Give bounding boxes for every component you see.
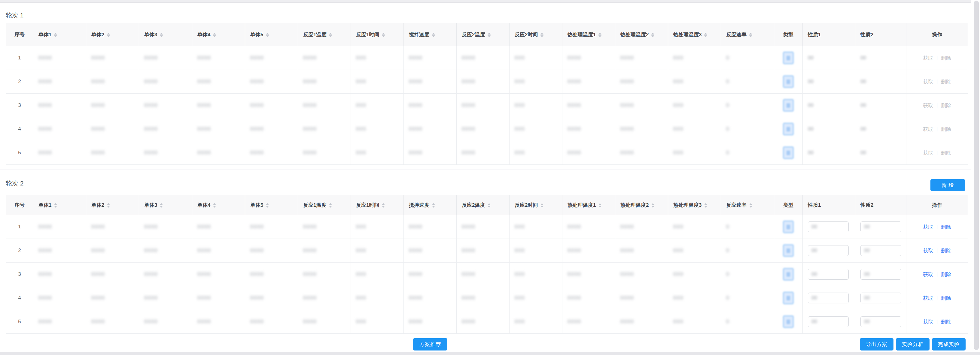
column-header-r1temp[interactable]: 反应1温度 — [298, 23, 351, 46]
column-header-m1[interactable]: 单体1 — [33, 23, 86, 46]
sort-icons[interactable] — [107, 33, 110, 37]
delete-link[interactable]: 删除 — [941, 319, 951, 325]
column-header-m2[interactable]: 单体2 — [86, 195, 139, 215]
sort-icons[interactable] — [704, 203, 707, 208]
sort-icons[interactable] — [54, 203, 57, 208]
column-header-r1temp[interactable]: 反应1温度 — [298, 195, 351, 215]
recommend-plan-button[interactable]: 方案推荐 — [413, 338, 447, 350]
sort-descending-icon[interactable] — [160, 35, 163, 37]
sort-ascending-icon[interactable] — [382, 203, 385, 205]
sort-ascending-icon[interactable] — [266, 203, 269, 205]
sort-ascending-icon[interactable] — [651, 33, 654, 35]
property-input[interactable]: 00 — [808, 222, 849, 232]
get-link[interactable]: 获取 — [923, 271, 933, 278]
sort-descending-icon[interactable] — [432, 206, 435, 208]
sort-icons[interactable] — [749, 203, 752, 208]
sort-descending-icon[interactable] — [541, 35, 544, 37]
column-header-m2[interactable]: 单体2 — [86, 23, 139, 46]
sort-descending-icon[interactable] — [704, 206, 707, 208]
delete-link[interactable]: 删除 — [941, 223, 951, 230]
property-input[interactable]: 00 — [861, 245, 901, 256]
sort-descending-icon[interactable] — [266, 206, 269, 208]
delete-link[interactable]: 删除 — [941, 271, 951, 278]
column-header-r2time[interactable]: 反应2时间 — [509, 195, 562, 215]
sort-descending-icon[interactable] — [432, 35, 435, 37]
column-header-m3[interactable]: 单体3 — [139, 195, 192, 215]
property-input[interactable]: 00 — [861, 316, 901, 327]
column-header-m5[interactable]: 单体5 — [245, 23, 298, 46]
sort-descending-icon[interactable] — [382, 206, 385, 208]
sort-ascending-icon[interactable] — [704, 33, 707, 35]
property-input[interactable]: 00 — [861, 269, 901, 280]
sort-ascending-icon[interactable] — [704, 203, 707, 205]
sort-descending-icon[interactable] — [266, 35, 269, 37]
sort-icons[interactable] — [329, 33, 332, 37]
sort-icons[interactable] — [54, 33, 57, 37]
property-input[interactable]: 00 — [808, 316, 849, 327]
column-header-m3[interactable]: 单体3 — [139, 23, 192, 46]
sort-ascending-icon[interactable] — [651, 203, 654, 205]
sort-descending-icon[interactable] — [54, 35, 57, 37]
sort-icons[interactable] — [598, 33, 601, 37]
column-header-m1[interactable]: 单体1 — [33, 195, 86, 215]
vertical-scrollbar[interactable] — [974, 1, 979, 350]
sort-descending-icon[interactable] — [749, 206, 752, 208]
column-header-r1time[interactable]: 反应1时间 — [351, 195, 404, 215]
column-header-heat1[interactable]: 热处理温度1 — [562, 23, 615, 46]
column-header-heat3[interactable]: 热处理温度3 — [668, 23, 721, 46]
sort-ascending-icon[interactable] — [488, 33, 491, 35]
sort-descending-icon[interactable] — [651, 35, 654, 37]
sort-icons[interactable] — [651, 203, 654, 208]
sort-icons[interactable] — [382, 33, 385, 37]
sort-descending-icon[interactable] — [651, 206, 654, 208]
column-header-stir[interactable]: 搅拌速度 — [404, 195, 457, 215]
property-input[interactable]: 00 — [861, 293, 901, 303]
get-link[interactable]: 获取 — [923, 319, 933, 325]
sort-ascending-icon[interactable] — [488, 203, 491, 205]
sort-descending-icon[interactable] — [213, 206, 216, 208]
sort-ascending-icon[interactable] — [107, 203, 110, 205]
sort-descending-icon[interactable] — [704, 35, 707, 37]
sort-icons[interactable] — [704, 33, 707, 37]
sort-icons[interactable] — [382, 203, 385, 208]
sort-descending-icon[interactable] — [107, 35, 110, 37]
column-header-heat2[interactable]: 热处理温度2 — [615, 195, 668, 215]
sort-icons[interactable] — [541, 33, 544, 37]
column-header-r1time[interactable]: 反应1时间 — [351, 23, 404, 46]
sort-ascending-icon[interactable] — [749, 203, 752, 205]
sort-descending-icon[interactable] — [488, 35, 491, 37]
sort-ascending-icon[interactable] — [160, 33, 163, 35]
sort-icons[interactable] — [329, 203, 332, 208]
sort-ascending-icon[interactable] — [213, 203, 216, 205]
sort-icons[interactable] — [488, 33, 491, 37]
sort-ascending-icon[interactable] — [598, 33, 601, 35]
column-header-rate[interactable]: 反应速率 — [721, 23, 774, 46]
sort-descending-icon[interactable] — [213, 35, 216, 37]
sort-descending-icon[interactable] — [598, 206, 601, 208]
delete-link[interactable]: 删除 — [941, 295, 951, 301]
sort-ascending-icon[interactable] — [54, 33, 57, 35]
sort-descending-icon[interactable] — [329, 35, 332, 37]
sort-ascending-icon[interactable] — [598, 203, 601, 205]
sort-ascending-icon[interactable] — [213, 33, 216, 35]
sort-ascending-icon[interactable] — [107, 33, 110, 35]
column-header-rate[interactable]: 反应速率 — [721, 195, 774, 215]
column-header-r2temp[interactable]: 反应2温度 — [457, 195, 509, 215]
sort-descending-icon[interactable] — [329, 206, 332, 208]
sort-icons[interactable] — [541, 203, 544, 208]
sort-descending-icon[interactable] — [160, 206, 163, 208]
get-link[interactable]: 获取 — [923, 223, 933, 230]
sort-icons[interactable] — [651, 33, 654, 37]
sort-ascending-icon[interactable] — [749, 33, 752, 35]
sort-icons[interactable] — [432, 33, 435, 37]
sort-ascending-icon[interactable] — [266, 33, 269, 35]
sort-icons[interactable] — [107, 203, 110, 208]
sort-icons[interactable] — [213, 33, 216, 37]
column-header-r2time[interactable]: 反应2时间 — [509, 23, 562, 46]
sort-icons[interactable] — [488, 203, 491, 208]
sort-icons[interactable] — [432, 203, 435, 208]
add-row-button[interactable]: 新 增 — [931, 179, 965, 191]
sort-descending-icon[interactable] — [107, 206, 110, 208]
column-header-heat1[interactable]: 热处理温度1 — [562, 195, 615, 215]
column-header-m5[interactable]: 单体5 — [245, 195, 298, 215]
